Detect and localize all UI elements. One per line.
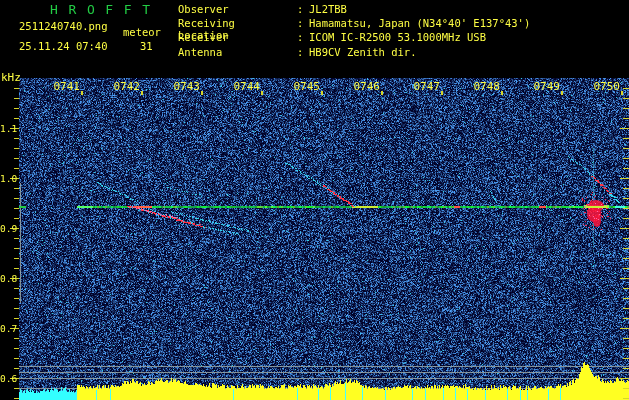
hrofft-screen: H R O F F T 2511240740.png meteor 25.11.… [0,0,629,400]
time-label: 0746 [352,80,380,93]
freq-label: 1.0 [0,173,17,184]
mode-label: meteor [123,27,161,38]
info-label: Receiver [178,31,229,43]
info-value: JL2TBB [309,3,347,15]
time-label: 0742 [112,80,140,93]
time-label: 0744 [232,80,260,93]
app-title: H R O F F T [50,3,152,16]
info-colon: : [297,3,303,15]
info-value: HB9CV Zenith dir. [309,46,416,58]
freq-label: 0.6 [0,373,17,384]
info-label: Observer [178,3,229,15]
info-label: Antenna [178,46,222,58]
time-label: 0747 [412,80,440,93]
freq-label: 1.1 [0,123,17,134]
time-label: 0750 [592,80,620,93]
freq-label: 0.7 [0,323,17,334]
spectrogram-canvas [0,0,629,400]
output-filename: 2511240740.png [19,21,108,32]
freq-label: 0.9 [0,223,17,234]
time-label: 0749 [532,80,560,93]
freq-label: 0.8 [0,273,17,284]
info-colon: : [297,46,303,58]
time-label: 0741 [52,80,80,93]
info-value: Hamamatsu, Japan (N34°40' E137°43') [309,17,530,29]
echo-count: 31 [140,41,153,52]
time-label: 0748 [472,80,500,93]
info-colon: : [297,17,303,29]
timestamp: 25.11.24 07:40 [19,41,108,52]
time-label: 0743 [172,80,200,93]
info-value: ICOM IC-R2500 53.1000MHz USB [309,31,486,43]
y-axis-unit-label: kHz [1,72,21,83]
info-colon: : [297,31,303,43]
time-label: 0745 [292,80,320,93]
